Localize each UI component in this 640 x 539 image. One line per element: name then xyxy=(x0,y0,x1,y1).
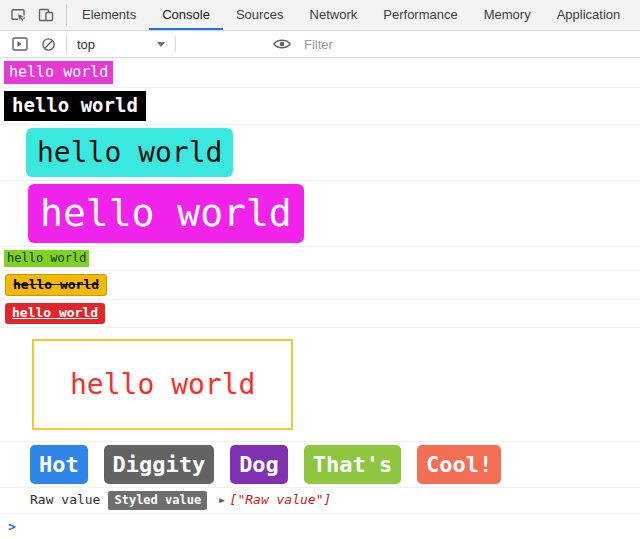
styled-log-text: hello world xyxy=(26,128,233,177)
styled-log-text: hello world xyxy=(28,184,304,244)
styled-word-badge: Diggity xyxy=(104,445,215,485)
styled-log-text: hello world xyxy=(32,339,293,430)
filter-input[interactable] xyxy=(304,37,634,52)
styled-value-badge: Styled value xyxy=(108,491,207,510)
console-message: hello world xyxy=(0,181,640,248)
devtools-window: Elements Console Sources Network Perform… xyxy=(0,0,640,538)
tab-performance[interactable]: Performance xyxy=(370,0,470,30)
console-sidebar-toggle-button[interactable] xyxy=(6,32,34,56)
execution-context-selector[interactable]: top xyxy=(71,37,171,52)
devtools-tabbar: Elements Console Sources Network Perform… xyxy=(0,0,640,31)
console-sidebar-icon xyxy=(12,37,28,51)
tab-sources[interactable]: Sources xyxy=(223,0,297,30)
console-toolbar: top xyxy=(0,31,640,58)
styled-log-text: hello world xyxy=(5,303,105,323)
styled-word-badge: Cool! xyxy=(417,445,501,485)
eye-icon xyxy=(273,38,291,50)
raw-value-text: Raw value xyxy=(30,492,100,508)
console-message: Raw value Styled value ▶ ["Raw value"] xyxy=(0,488,640,514)
styled-log-text: hello world xyxy=(4,61,113,84)
clear-console-button[interactable] xyxy=(34,32,62,56)
console-message: hello world xyxy=(0,88,640,125)
console-message: hello world xyxy=(0,271,640,300)
device-toolbar-icon xyxy=(38,7,54,23)
console-output: hello world hello world hello world hell… xyxy=(0,58,640,538)
console-message: hello world xyxy=(0,125,640,181)
tab-memory[interactable]: Memory xyxy=(471,0,544,30)
tabbar-icon-group xyxy=(0,0,64,30)
styled-word-badge: Dog xyxy=(230,445,288,485)
styled-log-text: hello world xyxy=(4,91,146,121)
console-message: Hot Diggity Dog That's Cool! xyxy=(0,442,640,489)
prompt-chevron-icon: > xyxy=(8,519,16,534)
tab-network[interactable]: Network xyxy=(297,0,371,30)
device-toolbar-button[interactable] xyxy=(32,3,60,27)
styled-word-badge: That's xyxy=(304,445,401,485)
array-preview[interactable]: ["Raw value"] xyxy=(230,492,332,508)
tab-application[interactable]: Application xyxy=(544,0,634,30)
clear-console-icon xyxy=(41,37,56,52)
console-message: hello world xyxy=(0,247,640,271)
console-prompt[interactable]: > xyxy=(0,514,640,538)
inspect-element-button[interactable] xyxy=(4,3,32,27)
separator xyxy=(66,4,67,26)
tab-console[interactable]: Console xyxy=(149,0,223,30)
styled-log-text: hello world xyxy=(4,250,89,267)
console-message: hello world xyxy=(0,328,640,442)
expand-triangle-icon[interactable]: ▶ xyxy=(219,495,224,506)
inspect-cursor-icon xyxy=(10,7,26,23)
live-expression-button[interactable] xyxy=(268,32,296,56)
tab-elements[interactable]: Elements xyxy=(69,0,149,30)
styled-word-badge: Hot xyxy=(30,445,88,485)
styled-log-text: hello world xyxy=(5,274,107,296)
console-message: hello world xyxy=(0,58,640,88)
separator xyxy=(66,36,67,52)
context-selector-label: top xyxy=(77,37,95,52)
separator xyxy=(175,36,176,52)
console-message: hello world xyxy=(0,300,640,327)
chevron-down-icon xyxy=(157,42,165,47)
